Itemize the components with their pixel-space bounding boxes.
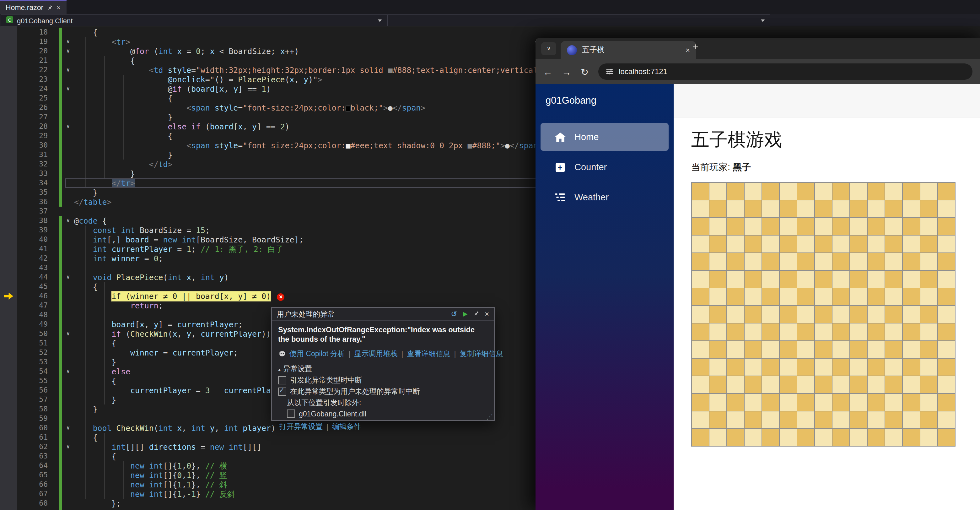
- address-bar[interactable]: localhost:7121: [598, 64, 972, 80]
- board-cell[interactable]: [815, 324, 832, 340]
- board-cell[interactable]: [832, 218, 850, 235]
- board-cell[interactable]: [727, 429, 744, 446]
- board-cell[interactable]: [850, 411, 867, 428]
- board-cell[interactable]: [710, 341, 726, 358]
- board-cell[interactable]: [692, 429, 709, 446]
- board-cell[interactable]: [692, 341, 709, 358]
- board-cell[interactable]: [832, 324, 850, 340]
- copy-details-link[interactable]: 复制详细信息: [460, 349, 503, 359]
- board-cell[interactable]: [780, 411, 797, 428]
- break-user-unhandled-chec kbox[interactable]: [278, 387, 286, 396]
- board-cell[interactable]: [780, 359, 797, 376]
- fold-chevron-icon[interactable]: ∨: [62, 37, 74, 46]
- board-cell[interactable]: [745, 394, 762, 411]
- glyph-margin[interactable]: [0, 235, 17, 244]
- board-cell[interactable]: [797, 253, 814, 270]
- board-cell[interactable]: [727, 218, 744, 235]
- close-icon[interactable]: ×: [485, 310, 489, 318]
- board-cell[interactable]: [832, 236, 850, 252]
- board-cell[interactable]: [710, 200, 726, 217]
- board-cell[interactable]: [762, 218, 779, 235]
- glyph-margin[interactable]: [0, 131, 17, 141]
- board-cell[interactable]: [868, 218, 885, 235]
- board-cell[interactable]: [797, 218, 814, 235]
- board-cell[interactable]: [885, 200, 902, 217]
- board-cell[interactable]: [920, 218, 937, 235]
- board-cell[interactable]: [780, 271, 797, 288]
- board-cell[interactable]: [920, 200, 937, 217]
- board-cell[interactable]: [692, 236, 709, 252]
- board-cell[interactable]: [920, 429, 937, 446]
- board-cell[interactable]: [885, 359, 902, 376]
- board-cell[interactable]: [797, 359, 814, 376]
- board-cell[interactable]: [780, 253, 797, 270]
- sidebar-item-home[interactable]: Home: [541, 123, 668, 151]
- board-cell[interactable]: [850, 200, 867, 217]
- board-cell[interactable]: [832, 359, 850, 376]
- board-cell[interactable]: [727, 324, 744, 340]
- board-cell[interactable]: [780, 376, 797, 393]
- board-cell[interactable]: [868, 200, 885, 217]
- board-cell[interactable]: [710, 288, 726, 305]
- board-cell[interactable]: [832, 411, 850, 428]
- break-when-thrown-checkbox[interactable]: [278, 376, 286, 384]
- board-cell[interactable]: [832, 394, 850, 411]
- board-cell[interactable]: [745, 236, 762, 252]
- glyph-margin[interactable]: [0, 273, 17, 282]
- board-cell[interactable]: [710, 306, 726, 323]
- board-cell[interactable]: [710, 324, 726, 340]
- board-cell[interactable]: [815, 183, 832, 200]
- glyph-margin[interactable]: [0, 292, 17, 301]
- board-cell[interactable]: [885, 341, 902, 358]
- edit-conditions-link[interactable]: 编辑条件: [332, 422, 361, 432]
- board-cell[interactable]: [938, 253, 955, 270]
- board-cell[interactable]: [815, 200, 832, 217]
- board-cell[interactable]: [850, 236, 867, 252]
- board-cell[interactable]: [797, 394, 814, 411]
- glyph-margin[interactable]: [0, 338, 17, 348]
- board-cell[interactable]: [832, 376, 850, 393]
- board-cell[interactable]: [762, 411, 779, 428]
- board-cell[interactable]: [710, 429, 726, 446]
- glyph-margin[interactable]: [0, 499, 17, 508]
- board-cell[interactable]: [938, 306, 955, 323]
- board-cell[interactable]: [938, 271, 955, 288]
- board-cell[interactable]: [850, 218, 867, 235]
- glyph-margin[interactable]: [0, 386, 17, 395]
- glyph-margin[interactable]: [0, 367, 17, 376]
- glyph-margin[interactable]: [0, 414, 17, 423]
- new-tab-button[interactable]: +: [692, 41, 698, 53]
- board-cell[interactable]: [727, 288, 744, 305]
- board-cell[interactable]: [903, 324, 920, 340]
- board-cell[interactable]: [745, 429, 762, 446]
- board-cell[interactable]: [727, 411, 744, 428]
- board-cell[interactable]: [885, 394, 902, 411]
- back-button[interactable]: ←: [543, 67, 552, 76]
- board-cell[interactable]: [903, 288, 920, 305]
- board-cell[interactable]: [938, 411, 955, 428]
- board-cell[interactable]: [920, 253, 937, 270]
- board-cell[interactable]: [780, 394, 797, 411]
- board-cell[interactable]: [885, 183, 902, 200]
- glyph-margin[interactable]: [0, 461, 17, 470]
- glyph-margin[interactable]: [0, 28, 17, 37]
- board-cell[interactable]: [868, 271, 885, 288]
- board-cell[interactable]: [903, 376, 920, 393]
- board-cell[interactable]: [710, 218, 726, 235]
- board-cell[interactable]: [938, 236, 955, 252]
- board-cell[interactable]: [903, 341, 920, 358]
- glyph-margin[interactable]: [0, 452, 17, 461]
- board-cell[interactable]: [692, 324, 709, 340]
- board-cell[interactable]: [850, 376, 867, 393]
- board-cell[interactable]: [797, 429, 814, 446]
- board-cell[interactable]: [692, 306, 709, 323]
- board-cell[interactable]: [850, 306, 867, 323]
- glyph-margin[interactable]: [0, 65, 17, 75]
- glyph-margin[interactable]: [0, 282, 17, 292]
- board-cell[interactable]: [727, 200, 744, 217]
- board-cell[interactable]: [762, 394, 779, 411]
- board-cell[interactable]: [745, 200, 762, 217]
- editor-tab-home-razor[interactable]: Home.razor ×: [0, 0, 66, 14]
- close-icon[interactable]: ×: [57, 4, 60, 11]
- board-cell[interactable]: [938, 200, 955, 217]
